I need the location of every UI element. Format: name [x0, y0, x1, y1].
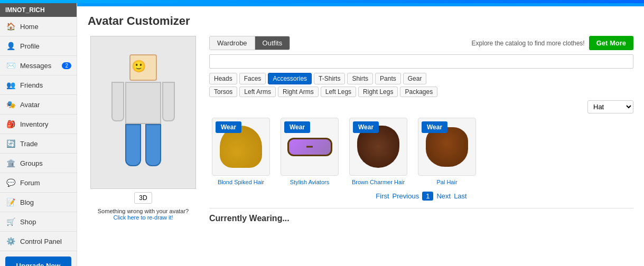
sub-category-btn-left-arms[interactable]: Left Arms: [239, 87, 276, 97]
sub-category-btn-right-arms[interactable]: Right Arms: [278, 87, 319, 97]
sub-category-row: TorsosLeft ArmsRight ArmsLeft LegsRight …: [209, 87, 633, 97]
avatar-icon: 🎭: [5, 99, 16, 110]
sidebar-item-profile[interactable]: 👤 Profile: [0, 36, 77, 56]
page-title: Avatar Customizer: [88, 14, 633, 28]
avatar-face: 🙂: [132, 60, 146, 73]
tabs-row: Wardrobe Outfits Explore the catalog to …: [209, 36, 633, 50]
item-img-pal-hair: Wear: [418, 118, 476, 176]
category-btn-faces[interactable]: Faces: [239, 73, 266, 84]
sidebar-label-avatar: Avatar: [20, 101, 40, 109]
sidebar-nav: 🏠 Home 👤 Profile ✉️ Messages 2 👥 Friends…: [0, 17, 77, 251]
sub-category-btn-left-legs[interactable]: Left Legs: [321, 87, 356, 97]
item-img-brown-charmer-hair: Wear: [349, 118, 407, 176]
friends-icon: 👥: [5, 80, 16, 90]
tab-buttons: Wardrobe Outfits: [209, 36, 290, 50]
avatar-redraw-link[interactable]: Click here to re-draw it!: [113, 214, 173, 221]
wear-button-pal-hair[interactable]: Wear: [422, 121, 447, 133]
wear-button-stylish-aviators[interactable]: Wear: [284, 121, 310, 133]
sidebar-item-trade[interactable]: 🔄 Trade: [0, 134, 77, 154]
sidebar-item-groups[interactable]: 🏛️ Groups: [0, 154, 77, 173]
sub-category-btn-torsos[interactable]: Torsos: [209, 87, 237, 97]
item-label-pal-hair[interactable]: Pal Hair: [436, 179, 457, 185]
sidebar-item-shop[interactable]: 🛒 Shop: [0, 212, 77, 232]
avatar-canvas: 🙂: [90, 36, 196, 189]
item-card-stylish-aviators: Wear Stylish Aviators: [278, 118, 341, 185]
avatar-right-arm: [162, 82, 175, 121]
sidebar-item-blog[interactable]: 📝 Blog: [0, 193, 77, 212]
avatar-section: 🙂 3D Something wrong with your avatar? C…: [88, 36, 199, 223]
sidebar-label-blog: Blog: [20, 198, 34, 206]
category-btn-gear[interactable]: Gear: [403, 73, 427, 84]
page-first-link[interactable]: First: [376, 192, 389, 200]
sidebar-label-messages: Messages: [20, 62, 51, 70]
sub-category-btn-right-legs[interactable]: Right Legs: [358, 87, 398, 97]
upgrade-now-button[interactable]: Upgrade Now: [5, 256, 71, 266]
item-label-brown-charmer-hair[interactable]: Brown Charmer Hair: [352, 179, 405, 185]
dropdown-row: HatHairFaceNeckShoulderFrontBackWaist: [209, 100, 633, 113]
sidebar-label-forum: Forum: [20, 179, 40, 187]
category-btn-accessories[interactable]: Accessories: [268, 73, 312, 84]
category-btn-shirts[interactable]: Shirts: [347, 73, 373, 84]
sidebar-item-inventory[interactable]: 🎒 Inventory: [0, 115, 77, 134]
avatar-3d-button[interactable]: 3D: [134, 192, 152, 204]
sub-category-btn-packages[interactable]: Packages: [400, 87, 437, 97]
wear-button-brown-charmer-hair[interactable]: Wear: [353, 121, 379, 133]
currently-wearing-label: Currently Wearing...: [209, 208, 633, 223]
item-img-blond-spiked-hair: Wear: [212, 118, 270, 176]
sidebar-item-messages[interactable]: ✉️ Messages 2: [0, 56, 77, 75]
control-panel-icon: ⚙️: [5, 236, 16, 246]
category-btn-t-shirts[interactable]: T-Shirts: [314, 73, 345, 84]
search-input[interactable]: [209, 54, 633, 69]
page-last-link[interactable]: Last: [454, 192, 467, 200]
sidebar-item-friends[interactable]: 👥 Friends: [0, 75, 77, 95]
sidebar-username: IMNOT_RICH: [0, 3, 77, 17]
blog-icon: 📝: [5, 197, 16, 207]
avatar-left-leg: [125, 124, 141, 166]
sidebar-item-forum[interactable]: 💬 Forum: [0, 173, 77, 193]
page-previous-link[interactable]: Previous: [393, 192, 419, 200]
avatar-left-arm: [111, 82, 124, 121]
avatar-figure: 🙂: [106, 44, 180, 181]
avatar-right-leg: [145, 124, 161, 166]
wear-button-blond-spiked-hair[interactable]: Wear: [216, 121, 241, 133]
avatar-body: [125, 82, 161, 124]
sidebar-label-groups: Groups: [20, 159, 43, 167]
messages-icon: ✉️: [5, 60, 16, 71]
tab-outfits[interactable]: Outfits: [255, 36, 290, 50]
aviators-visual: [286, 135, 333, 159]
sidebar-label-trade: Trade: [20, 140, 38, 148]
shop-icon: 🛒: [5, 216, 16, 227]
item-card-brown-charmer-hair: Wear Brown Charmer Hair: [347, 118, 410, 185]
sidebar-item-home[interactable]: 🏠 Home: [0, 17, 77, 36]
forum-icon: 💬: [5, 177, 16, 188]
sidebar: IMNOT_RICH 🏠 Home 👤 Profile ✉️ Messages …: [0, 3, 77, 266]
sidebar-label-control-panel: Control Panel: [20, 238, 62, 245]
page-current: 1: [422, 192, 433, 201]
main-content: Avatar Customizer 🙂: [77, 3, 644, 266]
badge-messages: 2: [62, 62, 71, 69]
sidebar-label-profile: Profile: [20, 42, 40, 50]
groups-icon: 🏛️: [5, 158, 16, 168]
item-label-stylish-aviators[interactable]: Stylish Aviators: [290, 179, 329, 185]
items-grid: Wear Blond Spiked Hair Wear Stylish Avia…: [209, 118, 633, 185]
inventory-icon: 🎒: [5, 119, 16, 129]
catalog-info-text: Explore the catalog to find more clothes…: [472, 40, 585, 47]
hat-dropdown[interactable]: HatHairFaceNeckShoulderFrontBackWaist: [587, 100, 633, 113]
get-more-button[interactable]: Get More: [589, 36, 633, 50]
category-btn-pants[interactable]: Pants: [375, 73, 401, 84]
pagination: First Previous 1 Next Last: [209, 192, 633, 201]
item-card-blond-spiked-hair: Wear Blond Spiked Hair: [209, 118, 273, 185]
right-panel: Wardrobe Outfits Explore the catalog to …: [209, 36, 633, 223]
tab-wardrobe[interactable]: Wardrobe: [210, 36, 255, 50]
page-next-link[interactable]: Next: [436, 192, 451, 200]
avatar-error-text: Something wrong with your avatar? Click …: [98, 208, 189, 221]
item-label-blond-spiked-hair[interactable]: Blond Spiked Hair: [218, 179, 264, 185]
trade-icon: 🔄: [5, 138, 16, 149]
sidebar-item-control-panel[interactable]: ⚙️ Control Panel: [0, 232, 77, 251]
sidebar-item-avatar[interactable]: 🎭 Avatar: [0, 95, 77, 115]
profile-icon: 👤: [5, 41, 16, 51]
sidebar-label-inventory: Inventory: [20, 120, 48, 128]
sidebar-label-home: Home: [20, 23, 39, 31]
home-icon: 🏠: [5, 21, 16, 32]
category-btn-heads[interactable]: Heads: [209, 73, 237, 84]
